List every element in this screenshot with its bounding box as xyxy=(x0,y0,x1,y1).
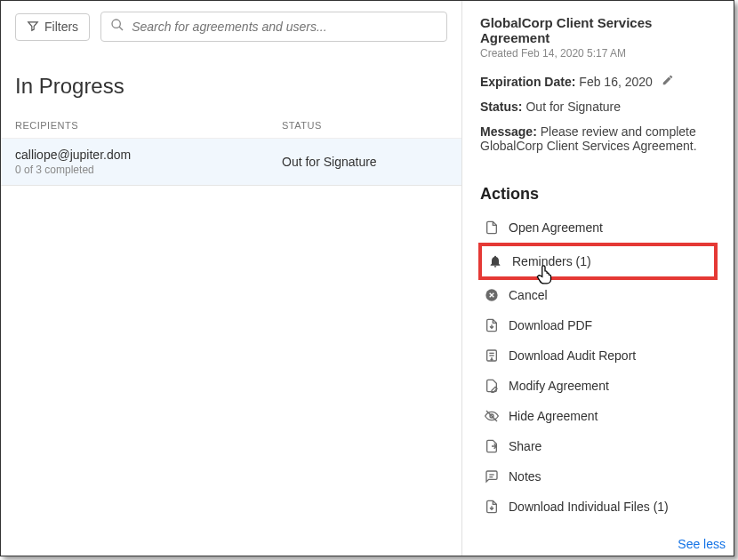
cancel-icon xyxy=(484,287,500,303)
search-input[interactable] xyxy=(132,20,437,34)
recipient-sub: 0 of 3 completed xyxy=(15,164,282,176)
page-title: GlobalCorp Client Services Agreement xyxy=(480,15,716,45)
action-label: Download PDF xyxy=(509,318,592,332)
col-recipients: RECIPIENTS xyxy=(15,120,282,131)
search-box[interactable] xyxy=(100,12,447,42)
edit-expiration-icon[interactable] xyxy=(662,74,674,89)
action-label: Download Audit Report xyxy=(509,348,636,363)
action-label: Reminders (1) xyxy=(512,254,591,268)
action-reminders[interactable]: Reminders (1) xyxy=(480,244,716,278)
list-header: RECIPIENTS STATUS xyxy=(1,120,461,139)
action-cancel[interactable]: Cancel xyxy=(480,282,716,308)
action-download-audit[interactable]: Download Audit Report xyxy=(480,342,716,369)
action-label: Open Agreement xyxy=(509,220,603,235)
bell-icon xyxy=(487,253,503,269)
hide-icon xyxy=(484,408,500,424)
section-title: In Progress xyxy=(1,52,461,120)
action-label: Hide Agreement xyxy=(509,409,598,423)
actions-title: Actions xyxy=(480,185,716,204)
action-download-individual[interactable]: Download Individual Files (1) xyxy=(480,493,716,520)
svg-point-0 xyxy=(112,20,120,28)
filter-icon xyxy=(27,20,39,35)
notes-icon xyxy=(484,468,500,484)
col-status: STATUS xyxy=(282,120,447,131)
share-icon xyxy=(484,438,500,454)
action-modify[interactable]: Modify Agreement xyxy=(480,372,716,399)
message-label: Message: xyxy=(480,124,537,139)
document-icon xyxy=(484,220,500,236)
action-label: Cancel xyxy=(509,288,548,302)
download-files-icon xyxy=(484,499,500,515)
recipient-email: calliope@jupiter.dom xyxy=(15,148,282,162)
action-label: Download Individual Files (1) xyxy=(509,500,669,514)
action-label: Modify Agreement xyxy=(509,379,609,393)
status-label: Status: xyxy=(480,100,522,114)
action-label: Notes xyxy=(509,469,541,484)
action-share[interactable]: Share xyxy=(480,433,716,460)
expiration-value: Feb 16, 2020 xyxy=(579,75,653,89)
action-label: Share xyxy=(509,439,541,453)
action-open-agreement[interactable]: Open Agreement xyxy=(480,214,716,241)
expiration-label: Expiration Date: xyxy=(480,75,575,89)
download-report-icon xyxy=(484,348,500,364)
table-row[interactable]: calliope@jupiter.dom 0 of 3 completed Ou… xyxy=(1,139,461,186)
see-less-link[interactable]: See less xyxy=(678,537,726,551)
action-list: Open Agreement Reminders (1) Cancel xyxy=(480,214,716,520)
search-icon xyxy=(110,18,124,36)
row-status: Out for Signature xyxy=(282,155,447,169)
download-pdf-icon xyxy=(484,317,500,333)
filters-label: Filters xyxy=(44,20,78,34)
svg-line-1 xyxy=(119,27,123,30)
status-value: Out for Signature xyxy=(525,100,621,114)
created-text: Created Feb 14, 2020 5:17 AM xyxy=(480,47,716,60)
action-notes[interactable]: Notes xyxy=(480,463,716,490)
edit-icon xyxy=(484,378,500,394)
action-download-pdf[interactable]: Download PDF xyxy=(480,312,716,339)
filters-button[interactable]: Filters xyxy=(15,13,90,41)
action-hide[interactable]: Hide Agreement xyxy=(480,403,716,429)
